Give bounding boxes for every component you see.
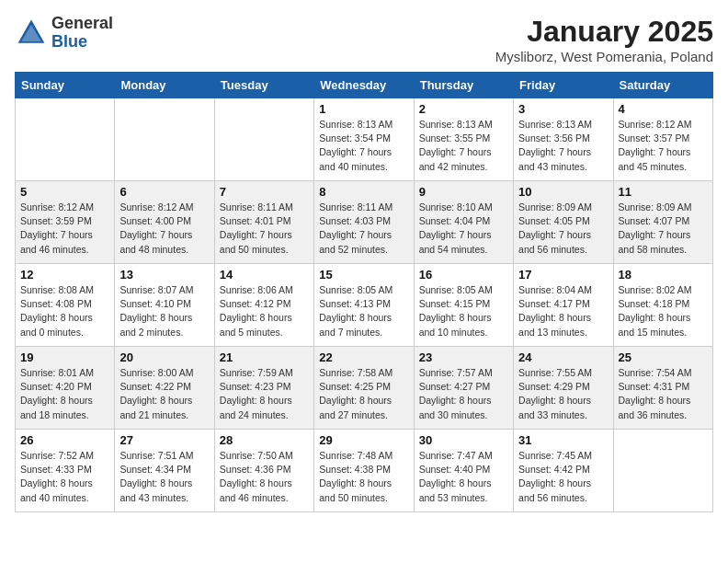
logo-text: General Blue [51, 15, 113, 52]
weekday-header-row: SundayMondayTuesdayWednesdayThursdayFrid… [16, 73, 713, 98]
day-number: 4 [619, 102, 708, 116]
calendar-cell: 7Sunrise: 8:11 AM Sunset: 4:01 PM Daylig… [214, 181, 313, 264]
calendar-cell: 22Sunrise: 7:58 AM Sunset: 4:25 PM Dayli… [314, 347, 414, 430]
day-info: Sunrise: 8:09 AM Sunset: 4:05 PM Dayligh… [518, 201, 608, 257]
day-info: Sunrise: 7:51 AM Sunset: 4:34 PM Dayligh… [119, 449, 209, 505]
weekday-header-sunday: Sunday [16, 73, 115, 98]
day-number: 7 [220, 185, 309, 199]
calendar-cell [214, 98, 313, 181]
calendar-cell [16, 98, 115, 181]
day-number: 29 [319, 433, 408, 447]
calendar-cell: 28Sunrise: 7:50 AM Sunset: 4:36 PM Dayli… [214, 430, 313, 512]
calendar-cell: 2Sunrise: 8:13 AM Sunset: 3:55 PM Daylig… [414, 98, 513, 181]
day-number: 5 [20, 185, 109, 199]
day-number: 13 [119, 268, 209, 282]
day-number: 6 [119, 185, 209, 199]
day-info: Sunrise: 8:01 AM Sunset: 4:20 PM Dayligh… [20, 366, 109, 422]
day-info: Sunrise: 8:11 AM Sunset: 4:01 PM Dayligh… [220, 201, 309, 257]
weekday-header-saturday: Saturday [613, 73, 712, 98]
day-info: Sunrise: 7:47 AM Sunset: 4:40 PM Dayligh… [419, 449, 508, 505]
calendar-week-row: 1Sunrise: 8:13 AM Sunset: 3:54 PM Daylig… [16, 98, 713, 181]
calendar-cell: 10Sunrise: 8:09 AM Sunset: 4:05 PM Dayli… [514, 181, 613, 264]
title-block: January 2025 Mysliborz, West Pomerania, … [495, 15, 713, 64]
day-info: Sunrise: 7:54 AM Sunset: 4:31 PM Dayligh… [619, 366, 708, 422]
calendar-cell: 8Sunrise: 8:11 AM Sunset: 4:03 PM Daylig… [314, 181, 414, 264]
calendar-cell: 24Sunrise: 7:55 AM Sunset: 4:29 PM Dayli… [514, 347, 613, 430]
day-info: Sunrise: 7:57 AM Sunset: 4:27 PM Dayligh… [419, 366, 508, 422]
weekday-header-wednesday: Wednesday [314, 73, 414, 98]
calendar-cell: 19Sunrise: 8:01 AM Sunset: 4:20 PM Dayli… [16, 347, 115, 430]
calendar-cell: 21Sunrise: 7:59 AM Sunset: 4:23 PM Dayli… [214, 347, 313, 430]
calendar-week-row: 12Sunrise: 8:08 AM Sunset: 4:08 PM Dayli… [16, 264, 713, 347]
calendar-cell: 3Sunrise: 8:13 AM Sunset: 3:56 PM Daylig… [514, 98, 613, 181]
day-number: 25 [619, 350, 708, 364]
day-number: 27 [119, 433, 209, 447]
day-info: Sunrise: 8:08 AM Sunset: 4:08 PM Dayligh… [20, 283, 109, 339]
calendar-cell: 18Sunrise: 8:02 AM Sunset: 4:18 PM Dayli… [613, 264, 712, 347]
day-info: Sunrise: 8:09 AM Sunset: 4:07 PM Dayligh… [619, 201, 708, 257]
calendar-cell: 6Sunrise: 8:12 AM Sunset: 4:00 PM Daylig… [115, 181, 214, 264]
location-subtitle: Mysliborz, West Pomerania, Poland [495, 49, 713, 64]
day-number: 15 [319, 268, 408, 282]
calendar-cell [115, 98, 214, 181]
day-number: 18 [619, 268, 708, 282]
calendar-cell: 1Sunrise: 8:13 AM Sunset: 3:54 PM Daylig… [314, 98, 414, 181]
day-info: Sunrise: 8:05 AM Sunset: 4:13 PM Dayligh… [319, 283, 408, 339]
day-number: 8 [319, 185, 408, 199]
day-info: Sunrise: 7:55 AM Sunset: 4:29 PM Dayligh… [518, 366, 608, 422]
day-info: Sunrise: 8:02 AM Sunset: 4:18 PM Dayligh… [619, 283, 708, 339]
day-info: Sunrise: 8:04 AM Sunset: 4:17 PM Dayligh… [518, 283, 608, 339]
weekday-header-thursday: Thursday [414, 73, 513, 98]
logo: General Blue [15, 15, 113, 52]
calendar-week-row: 19Sunrise: 8:01 AM Sunset: 4:20 PM Dayli… [16, 347, 713, 430]
calendar-cell: 17Sunrise: 8:04 AM Sunset: 4:17 PM Dayli… [514, 264, 613, 347]
calendar-cell: 12Sunrise: 8:08 AM Sunset: 4:08 PM Dayli… [16, 264, 115, 347]
calendar-cell: 4Sunrise: 8:12 AM Sunset: 3:57 PM Daylig… [613, 98, 712, 181]
day-info: Sunrise: 7:48 AM Sunset: 4:38 PM Dayligh… [319, 449, 408, 505]
day-number: 1 [319, 102, 408, 116]
day-info: Sunrise: 8:12 AM Sunset: 3:59 PM Dayligh… [20, 201, 109, 257]
calendar-cell: 9Sunrise: 8:10 AM Sunset: 4:04 PM Daylig… [414, 181, 513, 264]
day-info: Sunrise: 8:07 AM Sunset: 4:10 PM Dayligh… [119, 283, 209, 339]
calendar-cell: 20Sunrise: 8:00 AM Sunset: 4:22 PM Dayli… [115, 347, 214, 430]
day-info: Sunrise: 8:12 AM Sunset: 4:00 PM Dayligh… [119, 201, 209, 257]
calendar-table: SundayMondayTuesdayWednesdayThursdayFrid… [15, 72, 713, 512]
calendar-cell: 13Sunrise: 8:07 AM Sunset: 4:10 PM Dayli… [115, 264, 214, 347]
calendar-cell: 29Sunrise: 7:48 AM Sunset: 4:38 PM Dayli… [314, 430, 414, 512]
day-info: Sunrise: 8:05 AM Sunset: 4:15 PM Dayligh… [419, 283, 508, 339]
day-info: Sunrise: 8:12 AM Sunset: 3:57 PM Dayligh… [619, 118, 708, 174]
day-info: Sunrise: 8:00 AM Sunset: 4:22 PM Dayligh… [119, 366, 209, 422]
calendar-cell: 14Sunrise: 8:06 AM Sunset: 4:12 PM Dayli… [214, 264, 313, 347]
calendar-cell: 5Sunrise: 8:12 AM Sunset: 3:59 PM Daylig… [16, 181, 115, 264]
weekday-header-tuesday: Tuesday [214, 73, 313, 98]
calendar-cell: 15Sunrise: 8:05 AM Sunset: 4:13 PM Dayli… [314, 264, 414, 347]
calendar-cell: 25Sunrise: 7:54 AM Sunset: 4:31 PM Dayli… [613, 347, 712, 430]
day-number: 24 [518, 350, 608, 364]
calendar-cell: 27Sunrise: 7:51 AM Sunset: 4:34 PM Dayli… [115, 430, 214, 512]
day-number: 26 [20, 433, 109, 447]
day-info: Sunrise: 7:58 AM Sunset: 4:25 PM Dayligh… [319, 366, 408, 422]
day-number: 16 [419, 268, 508, 282]
day-info: Sunrise: 7:52 AM Sunset: 4:33 PM Dayligh… [20, 449, 109, 505]
weekday-header-friday: Friday [514, 73, 613, 98]
calendar-cell: 31Sunrise: 7:45 AM Sunset: 4:42 PM Dayli… [514, 430, 613, 512]
day-info: Sunrise: 8:13 AM Sunset: 3:54 PM Dayligh… [319, 118, 408, 174]
day-number: 12 [20, 268, 109, 282]
calendar-week-row: 26Sunrise: 7:52 AM Sunset: 4:33 PM Dayli… [16, 430, 713, 512]
day-info: Sunrise: 8:10 AM Sunset: 4:04 PM Dayligh… [419, 201, 508, 257]
logo-general: General [51, 14, 113, 32]
calendar-cell: 23Sunrise: 7:57 AM Sunset: 4:27 PM Dayli… [414, 347, 513, 430]
day-number: 19 [20, 350, 109, 364]
day-number: 17 [518, 268, 608, 282]
day-number: 20 [119, 350, 209, 364]
day-number: 31 [518, 433, 608, 447]
calendar-cell [613, 430, 712, 512]
month-title: January 2025 [495, 15, 713, 49]
day-info: Sunrise: 7:59 AM Sunset: 4:23 PM Dayligh… [220, 366, 309, 422]
day-info: Sunrise: 7:45 AM Sunset: 4:42 PM Dayligh… [518, 449, 608, 505]
day-number: 22 [319, 350, 408, 364]
day-info: Sunrise: 8:11 AM Sunset: 4:03 PM Dayligh… [319, 201, 408, 257]
calendar-cell: 11Sunrise: 8:09 AM Sunset: 4:07 PM Dayli… [613, 181, 712, 264]
day-number: 28 [220, 433, 309, 447]
day-number: 9 [419, 185, 508, 199]
